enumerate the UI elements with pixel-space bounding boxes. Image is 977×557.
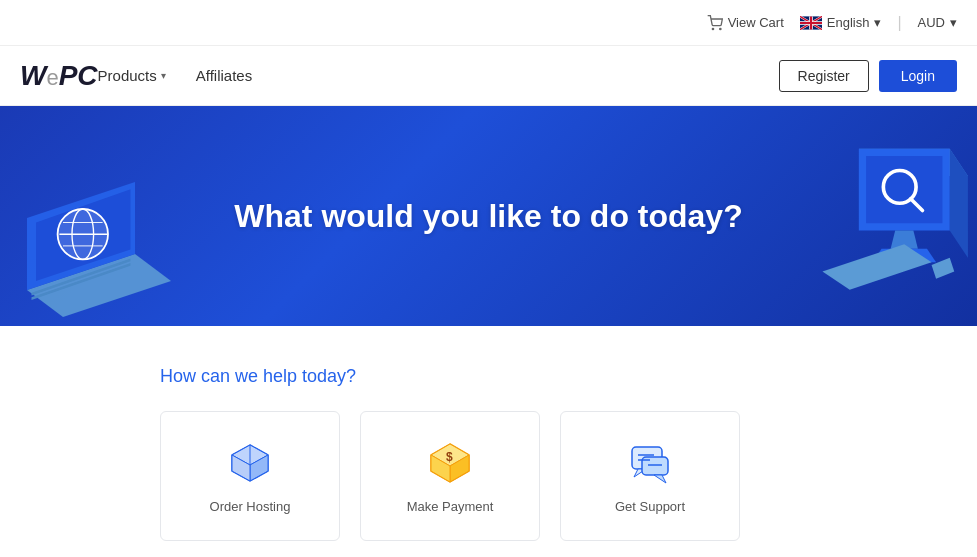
make-payment-label: Make Payment bbox=[407, 499, 494, 514]
svg-marker-37 bbox=[654, 475, 666, 483]
nav-affiliates[interactable]: Affiliates bbox=[196, 67, 252, 84]
login-button[interactable]: Login bbox=[879, 60, 957, 92]
top-bar: View Cart English ▾ | AUD ▾ bbox=[0, 0, 977, 46]
language-chevron: ▾ bbox=[874, 15, 881, 30]
separator: | bbox=[897, 14, 901, 32]
svg-marker-15 bbox=[950, 149, 968, 258]
svg-text:$: $ bbox=[446, 450, 453, 464]
monitor-decoration-right bbox=[777, 126, 977, 326]
language-label: English bbox=[827, 15, 870, 30]
get-support-card[interactable]: Get Support bbox=[560, 411, 740, 541]
svg-point-1 bbox=[719, 28, 720, 29]
support-icon bbox=[626, 439, 674, 487]
nav-products[interactable]: Products ▾ bbox=[98, 67, 166, 84]
view-cart-link[interactable]: View Cart bbox=[707, 15, 784, 31]
nav-bar: WePC Products ▾ Affiliates Register Logi… bbox=[0, 46, 977, 106]
currency-label: AUD bbox=[918, 15, 945, 30]
logo-w: W bbox=[20, 60, 46, 91]
svg-marker-17 bbox=[866, 156, 942, 223]
payment-icon: $ bbox=[426, 439, 474, 487]
nav-links: Products ▾ Affiliates bbox=[98, 67, 779, 84]
currency-selector[interactable]: AUD ▾ bbox=[918, 15, 957, 30]
uk-flag-icon bbox=[800, 16, 822, 30]
laptop-decoration-left bbox=[0, 146, 180, 326]
language-selector[interactable]: English ▾ bbox=[800, 15, 882, 30]
order-hosting-label: Order Hosting bbox=[210, 499, 291, 514]
logo[interactable]: WePC bbox=[20, 60, 98, 92]
content-section: How can we help today? Order Hosting bbox=[0, 326, 977, 557]
logo-epc: PC bbox=[59, 60, 98, 91]
affiliates-label: Affiliates bbox=[196, 67, 252, 84]
make-payment-card[interactable]: $ Make Payment bbox=[360, 411, 540, 541]
svg-point-0 bbox=[712, 28, 713, 29]
cart-icon bbox=[707, 15, 723, 31]
currency-chevron: ▾ bbox=[950, 15, 957, 30]
products-label: Products bbox=[98, 67, 157, 84]
hero-banner: What would you like to do today? bbox=[0, 106, 977, 326]
order-hosting-card[interactable]: Order Hosting bbox=[160, 411, 340, 541]
help-title: How can we help today? bbox=[160, 366, 817, 387]
nav-actions: Register Login bbox=[779, 60, 957, 92]
view-cart-label: View Cart bbox=[728, 15, 784, 30]
hero-heading: What would you like to do today? bbox=[234, 198, 742, 235]
cards-row: Order Hosting $ Make Payment bbox=[160, 411, 817, 541]
hosting-icon bbox=[226, 439, 274, 487]
products-chevron: ▾ bbox=[161, 70, 166, 81]
get-support-label: Get Support bbox=[615, 499, 685, 514]
logo-separator: e bbox=[46, 65, 58, 90]
register-button[interactable]: Register bbox=[779, 60, 869, 92]
